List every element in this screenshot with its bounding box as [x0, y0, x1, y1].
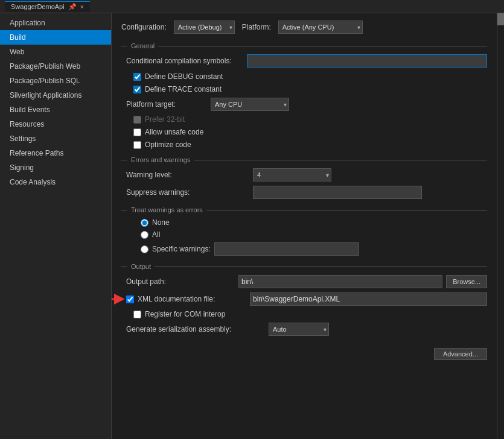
prefer-32bit-checkbox[interactable]: [133, 116, 141, 124]
content-area: Configuration: Active (Debug) Debug Rele…: [112, 13, 497, 439]
optimize-label: Optimize code: [145, 141, 191, 149]
main-container: Application Build Web Package/Publish We…: [0, 13, 504, 439]
sidebar-item-build-events[interactable]: Build Events: [0, 103, 111, 117]
generate-serialization-row: Generate serialization assembly: Auto On…: [121, 323, 487, 336]
specific-warnings-row: Specific warnings:: [121, 242, 487, 256]
generate-serialization-label: Generate serialization assembly:: [126, 325, 265, 333]
xml-doc-checkbox[interactable]: [126, 295, 134, 303]
define-trace-checkbox[interactable]: [133, 86, 141, 93]
sidebar-item-web[interactable]: Web: [0, 45, 111, 59]
none-label: None: [152, 218, 170, 227]
define-debug-label: Define DEBUG constant: [145, 72, 223, 81]
platform-select-wrapper: Active (Any CPU) Any CPU x86 x64: [278, 21, 363, 34]
sidebar: Application Build Web Package/Publish We…: [0, 13, 112, 439]
conditional-compilation-label: Conditional compilation symbols:: [126, 57, 247, 65]
suppress-warnings-input[interactable]: [253, 186, 422, 199]
specific-warnings-input[interactable]: [214, 242, 359, 256]
allow-unsafe-label: Allow unsafe code: [145, 128, 203, 136]
platform-select[interactable]: Active (Any CPU) Any CPU x86 x64: [278, 21, 363, 34]
output-section-header: Output: [121, 263, 487, 270]
scrollbar-rail[interactable]: [497, 13, 504, 439]
define-debug-checkbox[interactable]: [133, 73, 141, 81]
all-label: All: [152, 230, 160, 239]
register-com-checkbox[interactable]: [133, 311, 141, 318]
platform-target-row: Platform target: Any CPU x86 x64: [121, 98, 487, 111]
arrow-icon: [112, 292, 124, 306]
suppress-warnings-label: Suppress warnings:: [126, 188, 247, 197]
browse-button[interactable]: Browse...: [446, 275, 487, 288]
generate-serialization-select-wrapper: Auto On Off: [269, 323, 329, 336]
config-row: Configuration: Active (Debug) Debug Rele…: [121, 21, 487, 34]
title-tab[interactable]: SwaggerDemoApi 📌 ×: [5, 1, 90, 12]
conditional-compilation-row: Conditional compilation symbols:: [121, 54, 487, 68]
optimize-checkbox[interactable]: [133, 141, 141, 149]
output-path-label: Output path:: [126, 277, 235, 286]
title-tab-label: SwaggerDemoApi: [11, 3, 65, 10]
xml-doc-label: XML documentation file:: [138, 295, 246, 303]
conditional-compilation-input[interactable]: [247, 54, 487, 68]
treat-warnings-radio-group: None All: [121, 218, 487, 239]
prefer-32bit-row: Prefer 32-bit: [121, 115, 487, 124]
scrollbar-thumb[interactable]: [497, 13, 504, 25]
sidebar-item-silverlight[interactable]: Silverlight Applications: [0, 88, 111, 103]
warning-level-select[interactable]: 4 0 1 2 3: [253, 168, 331, 182]
advanced-button[interactable]: Advanced...: [434, 348, 487, 360]
sidebar-item-settings[interactable]: Settings: [0, 131, 111, 146]
prefer-32bit-label: Prefer 32-bit: [145, 115, 185, 124]
title-pin-icon: 📌: [68, 3, 77, 11]
register-com-label: Register for COM interop: [145, 310, 225, 318]
sidebar-item-signing[interactable]: Signing: [0, 160, 111, 175]
generate-serialization-select[interactable]: Auto On Off: [269, 323, 329, 336]
sidebar-item-reference-paths[interactable]: Reference Paths: [0, 146, 111, 160]
configuration-label: Configuration:: [121, 23, 167, 31]
define-trace-label: Define TRACE constant: [145, 85, 222, 93]
none-radio[interactable]: [141, 219, 148, 227]
title-close-button[interactable]: ×: [80, 4, 84, 10]
sidebar-item-package-publish-sql[interactable]: Package/Publish SQL: [0, 74, 111, 88]
sidebar-item-package-publish-web[interactable]: Package/Publish Web: [0, 59, 111, 74]
optimize-row: Optimize code: [121, 141, 487, 149]
title-bar: SwaggerDemoApi 📌 ×: [0, 0, 504, 13]
output-path-row: Output path: Browse...: [121, 275, 487, 288]
specific-radio[interactable]: [141, 245, 148, 253]
configuration-select[interactable]: Active (Debug) Debug Release: [174, 21, 235, 34]
sidebar-item-resources[interactable]: Resources: [0, 117, 111, 131]
define-trace-row: Define TRACE constant: [121, 85, 487, 93]
all-radio[interactable]: [141, 231, 148, 239]
all-radio-row: All: [141, 230, 487, 239]
general-section-header: General: [121, 42, 487, 49]
suppress-warnings-row: Suppress warnings:: [121, 186, 487, 199]
platform-label: Platform:: [242, 23, 271, 31]
errors-warnings-section-header: Errors and warnings: [121, 156, 487, 163]
xml-doc-input[interactable]: [250, 292, 487, 306]
sidebar-item-code-analysis[interactable]: Code Analysis: [0, 175, 111, 189]
advanced-row: Advanced...: [121, 348, 487, 366]
warning-level-label: Warning level:: [126, 171, 247, 179]
configuration-select-wrapper: Active (Debug) Debug Release: [174, 21, 235, 34]
sidebar-item-application[interactable]: Application: [0, 16, 111, 30]
register-com-row: Register for COM interop: [121, 310, 487, 318]
allow-unsafe-checkbox[interactable]: [133, 128, 141, 136]
treat-warnings-section-header: Treat warnings as errors: [121, 206, 487, 213]
allow-unsafe-row: Allow unsafe code: [121, 128, 487, 136]
output-path-input[interactable]: [238, 275, 442, 288]
sidebar-item-build[interactable]: Build: [0, 30, 111, 45]
define-debug-row: Define DEBUG constant: [121, 72, 487, 81]
warning-level-row: Warning level: 4 0 1 2 3: [121, 168, 487, 182]
platform-target-select-wrapper: Any CPU x86 x64: [211, 98, 289, 111]
warning-level-select-wrapper: 4 0 1 2 3: [253, 168, 331, 182]
specific-label: Specific warnings:: [152, 245, 211, 253]
xml-doc-row: XML documentation file:: [121, 292, 487, 306]
red-arrow: [112, 292, 124, 306]
none-radio-row: None: [141, 218, 487, 227]
platform-target-label: Platform target:: [126, 100, 205, 109]
platform-target-select[interactable]: Any CPU x86 x64: [211, 98, 289, 111]
